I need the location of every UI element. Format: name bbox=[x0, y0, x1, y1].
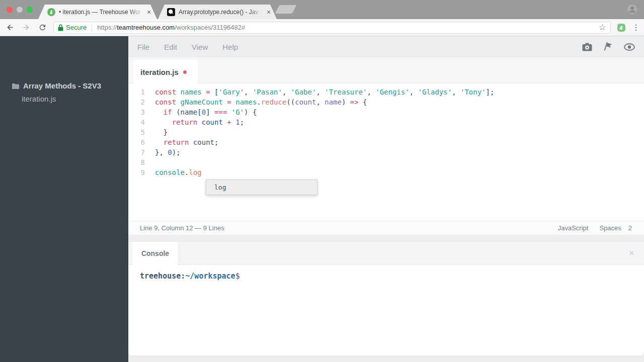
url-text[interactable]: https://teamtreehouse.com/workspaces/311… bbox=[97, 24, 599, 31]
indent-size-selector[interactable]: 2 bbox=[628, 224, 632, 232]
secure-label: Secure bbox=[66, 24, 87, 31]
autocomplete-item[interactable]: log bbox=[206, 180, 317, 195]
reload-button[interactable] bbox=[36, 22, 48, 34]
file-tree-sidebar: Array Methods - S2V3 iteration.js bbox=[0, 36, 128, 362]
snapshot-camera-icon[interactable] bbox=[582, 43, 592, 51]
forward-button[interactable] bbox=[20, 22, 32, 34]
line-number: 4 bbox=[128, 117, 145, 127]
window-minimize-button[interactable] bbox=[17, 7, 23, 13]
url-scheme: https:// bbox=[97, 24, 117, 31]
code-line-text: return count; bbox=[155, 137, 218, 147]
treehouse-favicon-icon bbox=[47, 8, 55, 16]
editor-tab-iteration-js[interactable]: iteration.js bbox=[133, 60, 198, 84]
line-number: 2 bbox=[128, 97, 145, 107]
sidebar-item-project[interactable]: Array Methods - S2V3 bbox=[12, 81, 101, 90]
line-number: 6 bbox=[128, 137, 145, 147]
workspace-main: File Edit View Help bbox=[128, 36, 644, 362]
browser-tab-mdn[interactable]: Array.prototype.reduce() - Jav × bbox=[158, 5, 277, 19]
unsaved-changes-dot bbox=[183, 70, 187, 74]
url-path: /workspaces/31196482# bbox=[175, 24, 245, 31]
sidebar-item-file[interactable]: iteration.js bbox=[22, 95, 56, 103]
chrome-menu-icon[interactable]: ⋮ bbox=[632, 23, 640, 32]
secure-badge[interactable]: Secure bbox=[58, 24, 87, 31]
window-controls bbox=[7, 7, 33, 13]
browser-toolbar: Secure https://teamtreehouse.com/workspa… bbox=[0, 19, 644, 36]
preview-eye-icon[interactable] bbox=[624, 43, 635, 51]
report-flag-icon[interactable] bbox=[602, 41, 613, 52]
url-bar[interactable]: Secure https://teamtreehouse.com/workspa… bbox=[53, 22, 611, 34]
code-line-text: const names = ['Gary', 'Pasan', 'Gabe', … bbox=[155, 87, 494, 97]
line-number: 8 bbox=[128, 157, 145, 167]
bookmark-star-icon[interactable]: ☆ bbox=[599, 23, 606, 32]
url-domain: teamtreehouse.com bbox=[117, 24, 175, 31]
browser-tabstrip: • iteration.js — Treehouse Wor × Array.p… bbox=[0, 0, 644, 19]
tab-title: • iteration.js — Treehouse Wor bbox=[59, 9, 145, 16]
line-number: 1 bbox=[128, 87, 145, 97]
workspace-menubar: File Edit View Help bbox=[128, 36, 644, 57]
editor-tab-label: iteration.js bbox=[140, 68, 179, 76]
folder-icon bbox=[12, 83, 19, 89]
code-line: 9console.log bbox=[128, 167, 644, 177]
workspace-toolbar-icons bbox=[582, 36, 635, 57]
code-editor[interactable]: 1const names = ['Gary', 'Pasan', 'Gabe',… bbox=[128, 83, 644, 221]
code-lines: 1const names = ['Gary', 'Pasan', 'Gabe',… bbox=[128, 87, 644, 177]
prompt-path: ~/workspace bbox=[185, 272, 235, 281]
code-line: 6 return count; bbox=[128, 137, 644, 147]
editor-statusbar: Line 9, Column 12 — 9 Lines JavaScript S… bbox=[128, 221, 644, 235]
menu-help[interactable]: Help bbox=[222, 43, 238, 51]
tab-close-icon[interactable]: × bbox=[145, 8, 153, 16]
prompt-colon: : bbox=[181, 272, 185, 281]
console-close-icon[interactable]: × bbox=[629, 242, 634, 265]
browser-tab-workspace[interactable]: • iteration.js — Treehouse Wor × bbox=[38, 5, 157, 19]
project-name: Array Methods - S2V3 bbox=[23, 81, 101, 90]
language-selector[interactable]: JavaScript bbox=[558, 224, 589, 232]
code-line-text: return count + 1; bbox=[155, 117, 244, 127]
line-number: 9 bbox=[128, 167, 145, 177]
console-tabbar: Console × bbox=[128, 242, 644, 265]
code-line: 5 } bbox=[128, 127, 644, 137]
lock-icon bbox=[58, 24, 63, 31]
menu-view[interactable]: View bbox=[192, 43, 208, 51]
prompt-host: treehouse bbox=[140, 272, 181, 281]
console-panel: Console × treehouse:~/workspace$ bbox=[128, 242, 644, 355]
cursor-position: Line 9, Column 12 — 9 Lines bbox=[140, 224, 558, 232]
code-line: 4 return count + 1; bbox=[128, 117, 644, 127]
profile-icon[interactable] bbox=[627, 4, 637, 15]
new-tab-button[interactable] bbox=[275, 5, 296, 14]
code-line-text: console.log bbox=[155, 167, 202, 177]
mdn-favicon-icon bbox=[167, 8, 175, 16]
line-number: 3 bbox=[128, 107, 145, 117]
code-line: 1const names = ['Gary', 'Pasan', 'Gabe',… bbox=[128, 87, 644, 97]
line-number: 5 bbox=[128, 127, 145, 137]
autocomplete-popup: log bbox=[206, 179, 317, 195]
menu-edit[interactable]: Edit bbox=[164, 43, 177, 51]
code-line: 7}, 0); bbox=[128, 147, 644, 157]
indent-type-selector[interactable]: Spaces bbox=[599, 224, 621, 232]
statusbar-right: JavaScript Spaces 2 bbox=[558, 224, 632, 232]
editor-tabstrip: iteration.js bbox=[128, 57, 644, 83]
code-line-text: if (name[0] === 'G') { bbox=[155, 107, 257, 117]
tab-title: Array.prototype.reduce() - Jav bbox=[179, 9, 265, 16]
window-zoom-button[interactable] bbox=[27, 7, 33, 13]
screen: • iteration.js — Treehouse Wor × Array.p… bbox=[0, 0, 644, 362]
console-tab[interactable]: Console bbox=[132, 242, 179, 265]
code-line-text: }, 0); bbox=[155, 147, 181, 157]
code-line: 2const gNameCount = names.reduce((count,… bbox=[128, 97, 644, 107]
menu-file[interactable]: File bbox=[137, 43, 149, 51]
code-line: 8 bbox=[128, 157, 644, 167]
line-number: 7 bbox=[128, 147, 145, 157]
prompt-symbol: $ bbox=[235, 272, 240, 281]
tab-close-icon[interactable]: × bbox=[265, 8, 273, 16]
extension-icon[interactable] bbox=[617, 23, 626, 32]
code-line-text: } bbox=[155, 127, 168, 137]
code-line-text: const gNameCount = names.reduce((count, … bbox=[155, 97, 367, 107]
code-line: 3 if (name[0] === 'G') { bbox=[128, 107, 644, 117]
window-close-button[interactable] bbox=[7, 7, 13, 13]
url-separator bbox=[92, 24, 92, 31]
terminal[interactable]: treehouse:~/workspace$ bbox=[128, 265, 644, 281]
back-button[interactable] bbox=[4, 22, 16, 34]
